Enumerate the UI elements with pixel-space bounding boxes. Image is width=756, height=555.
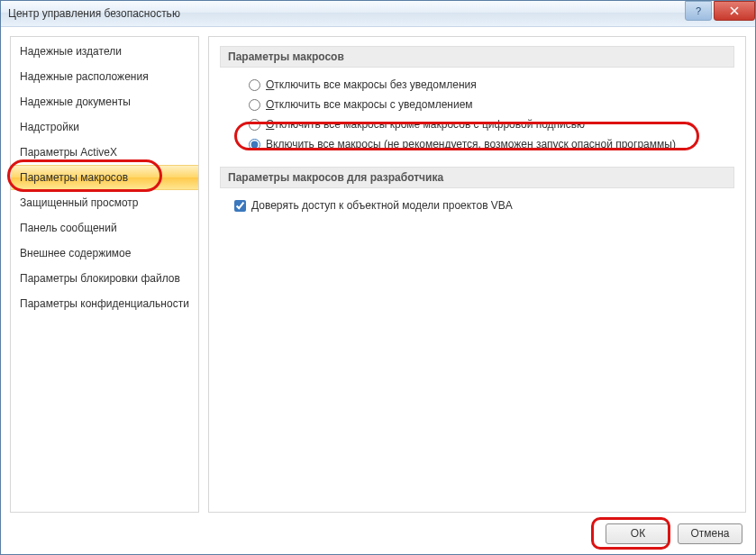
sidebar-item-label: Надежные расположения: [20, 70, 149, 83]
radio-label: Включить все макросы (не рекомендуется, …: [266, 136, 676, 152]
section-header-developer: Параметры макросов для разработчика: [220, 167, 734, 188]
sidebar-item-file-block[interactable]: Параметры блокировки файлов: [11, 266, 198, 291]
radio-disable-with-notify[interactable]: [249, 99, 260, 111]
sidebar-item-label: Параметры макросов: [20, 171, 128, 184]
macro-options-group: Отключить все макросы без уведомления От…: [249, 75, 734, 154]
close-button[interactable]: [714, 1, 755, 21]
sidebar-item-label: Надежные издатели: [20, 45, 122, 58]
ok-button[interactable]: ОК: [606, 523, 670, 544]
sidebar-item-label: Параметры ActiveX: [20, 146, 117, 159]
sidebar-item-label: Защищенный просмотр: [20, 196, 139, 209]
sidebar-item-trusted-locations[interactable]: Надежные расположения: [11, 64, 198, 89]
macro-option-disable-no-notify[interactable]: Отключить все макросы без уведомления: [249, 75, 734, 95]
dialog-footer: ОК Отмена: [1, 513, 755, 554]
sidebar-item-label: Надежные документы: [20, 96, 131, 108]
sidebar-item-external-content[interactable]: Внешнее содержимое: [11, 241, 198, 266]
sidebar-item-message-bar[interactable]: Панель сообщений: [11, 215, 198, 241]
radio-disable-no-notify[interactable]: [249, 79, 260, 91]
macro-option-disable-with-notify[interactable]: Отключить все макросы с уведомлением: [249, 95, 734, 114]
macro-option-disable-except-signed[interactable]: Отключить все макросы кроме макросов с ц…: [249, 114, 734, 134]
cancel-button[interactable]: Отмена: [678, 523, 742, 544]
sidebar-item-protected-view[interactable]: Защищенный просмотр: [11, 190, 198, 215]
radio-disable-except-signed[interactable]: [249, 119, 260, 131]
checkbox-label: Доверять доступ к объектной модели проек…: [251, 197, 513, 214]
radio-label: Отключить все макросы с уведомлением: [266, 96, 473, 113]
radio-enable-all[interactable]: [249, 139, 260, 150]
sidebar-item-label: Панель сообщений: [20, 222, 117, 234]
sidebar-item-label: Надстройки: [20, 121, 79, 133]
sidebar-item-privacy[interactable]: Параметры конфиденциальности: [11, 291, 198, 316]
sidebar-item-addins[interactable]: Надстройки: [11, 114, 198, 140]
sidebar: Надежные издатели Надежные расположения …: [10, 36, 199, 513]
close-icon: [730, 6, 739, 15]
help-button[interactable]: ?: [685, 1, 712, 21]
window-controls: ?: [685, 1, 755, 26]
main-panel: Параметры макросов Отключить все макросы…: [208, 36, 746, 513]
window-title: Центр управления безопасностью: [8, 7, 180, 20]
sidebar-item-label: Параметры конфиденциальности: [20, 297, 189, 310]
dialog-body: Надежные издатели Надежные расположения …: [1, 27, 755, 513]
trust-vba-access-row[interactable]: Доверять доступ к объектной модели проек…: [234, 196, 734, 215]
sidebar-item-trusted-publishers[interactable]: Надежные издатели: [11, 39, 198, 64]
sidebar-item-label: Внешнее содержимое: [20, 247, 131, 259]
macro-option-enable-all[interactable]: Включить все макросы (не рекомендуется, …: [249, 134, 734, 154]
developer-options-group: Доверять доступ к объектной модели проек…: [234, 196, 734, 215]
radio-label: Отключить все макросы без уведомления: [266, 77, 477, 93]
radio-label: Отключить все макросы кроме макросов с ц…: [266, 116, 585, 132]
section-header-macro-settings: Параметры макросов: [220, 46, 734, 68]
sidebar-item-label: Параметры блокировки файлов: [20, 272, 180, 285]
sidebar-item-activex[interactable]: Параметры ActiveX: [11, 140, 198, 165]
sidebar-item-trusted-documents[interactable]: Надежные документы: [11, 89, 198, 114]
sidebar-item-macro-settings[interactable]: Параметры макросов: [11, 165, 198, 190]
dialog-window: Центр управления безопасностью ? Надежны…: [0, 0, 756, 555]
titlebar: Центр управления безопасностью ?: [1, 1, 755, 27]
checkbox-trust-vba[interactable]: [234, 200, 246, 212]
